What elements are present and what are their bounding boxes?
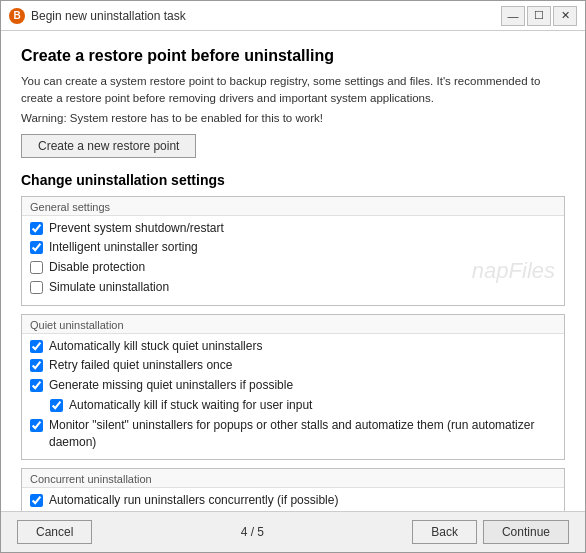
- intelligent-sorting-checkbox[interactable]: [30, 241, 43, 254]
- quiet-uninstallation-label: Quiet uninstallation: [22, 315, 564, 334]
- intelligent-sorting-label: Intelligent uninstaller sorting: [49, 239, 198, 256]
- simulate-uninstall-label: Simulate uninstallation: [49, 279, 169, 296]
- settings-heading: Change uninstallation settings: [21, 172, 565, 188]
- disable-protection-label: Disable protection: [49, 259, 145, 276]
- window-title: Begin new uninstallation task: [31, 9, 501, 23]
- page-indicator: 4 / 5: [92, 525, 412, 539]
- cancel-button[interactable]: Cancel: [17, 520, 92, 544]
- list-item: Intelligent uninstaller sorting: [30, 239, 556, 256]
- content-wrapper: Create a restore point before uninstalli…: [1, 31, 585, 511]
- list-item: Monitor "silent" uninstallers for popups…: [30, 417, 556, 451]
- kill-stuck-quiet-label: Automatically kill stuck quiet uninstall…: [49, 338, 262, 355]
- restore-heading: Create a restore point before uninstalli…: [21, 47, 565, 65]
- minimize-button[interactable]: —: [501, 6, 525, 26]
- restore-description: You can create a system restore point to…: [21, 73, 565, 108]
- maximize-button[interactable]: ☐: [527, 6, 551, 26]
- list-item: Prevent system shutdown/restart: [30, 220, 556, 237]
- close-button[interactable]: ✕: [553, 6, 577, 26]
- concurrent-uninstallation-label: Concurrent uninstallation: [22, 469, 564, 488]
- list-item: Automatically run uninstallers concurren…: [30, 492, 556, 509]
- continue-button[interactable]: Continue: [483, 520, 569, 544]
- run-concurrently-checkbox[interactable]: [30, 494, 43, 507]
- list-item: Automatically kill stuck quiet uninstall…: [30, 338, 556, 355]
- main-window: B Begin new uninstallation task — ☐ ✕ Cr…: [0, 0, 586, 553]
- kill-stuck-quiet-checkbox[interactable]: [30, 340, 43, 353]
- footer-nav: Back Continue: [412, 520, 569, 544]
- window-controls: — ☐ ✕: [501, 6, 577, 26]
- list-item: Simulate uninstallation: [30, 279, 556, 296]
- footer: Cancel 4 / 5 Back Continue: [1, 511, 585, 552]
- general-settings-content: Prevent system shutdown/restart Intellig…: [22, 216, 564, 305]
- retry-failed-checkbox[interactable]: [30, 359, 43, 372]
- list-item: Generate missing quiet uninstallers if p…: [30, 377, 556, 394]
- list-item: Automatically kill if stuck waiting for …: [50, 397, 556, 414]
- restore-warning: Warning: System restore has to be enable…: [21, 112, 565, 124]
- prevent-shutdown-checkbox[interactable]: [30, 222, 43, 235]
- create-restore-button[interactable]: Create a new restore point: [21, 134, 196, 158]
- quiet-uninstallation-group: Quiet uninstallation Automatically kill …: [21, 314, 565, 461]
- generate-missing-label: Generate missing quiet uninstallers if p…: [49, 377, 293, 394]
- list-item: Retry failed quiet uninstallers once: [30, 357, 556, 374]
- kill-waiting-checkbox[interactable]: [50, 399, 63, 412]
- back-button[interactable]: Back: [412, 520, 477, 544]
- simulate-uninstall-checkbox[interactable]: [30, 281, 43, 294]
- list-item: Disable protection: [30, 259, 556, 276]
- settings-section: Change uninstallation settings General s…: [21, 172, 565, 512]
- retry-failed-label: Retry failed quiet uninstallers once: [49, 357, 232, 374]
- general-settings-label: General settings: [22, 197, 564, 216]
- quiet-uninstallation-content: Automatically kill stuck quiet uninstall…: [22, 334, 564, 460]
- restore-section: Create a restore point before uninstalli…: [21, 47, 565, 172]
- concurrent-uninstallation-group: Concurrent uninstallation Automatically …: [21, 468, 565, 511]
- app-icon: B: [9, 8, 25, 24]
- monitor-silent-label: Monitor "silent" uninstallers for popups…: [49, 417, 556, 451]
- disable-protection-checkbox[interactable]: [30, 261, 43, 274]
- run-concurrently-label: Automatically run uninstallers concurren…: [49, 492, 338, 509]
- kill-waiting-label: Automatically kill if stuck waiting for …: [69, 397, 312, 414]
- content-area: Create a restore point before uninstalli…: [1, 31, 585, 511]
- concurrent-uninstallation-content: Automatically run uninstallers concurren…: [22, 488, 564, 511]
- generate-missing-checkbox[interactable]: [30, 379, 43, 392]
- general-settings-group: General settings Prevent system shutdown…: [21, 196, 565, 306]
- prevent-shutdown-label: Prevent system shutdown/restart: [49, 220, 224, 237]
- title-bar: B Begin new uninstallation task — ☐ ✕: [1, 1, 585, 31]
- monitor-silent-checkbox[interactable]: [30, 419, 43, 432]
